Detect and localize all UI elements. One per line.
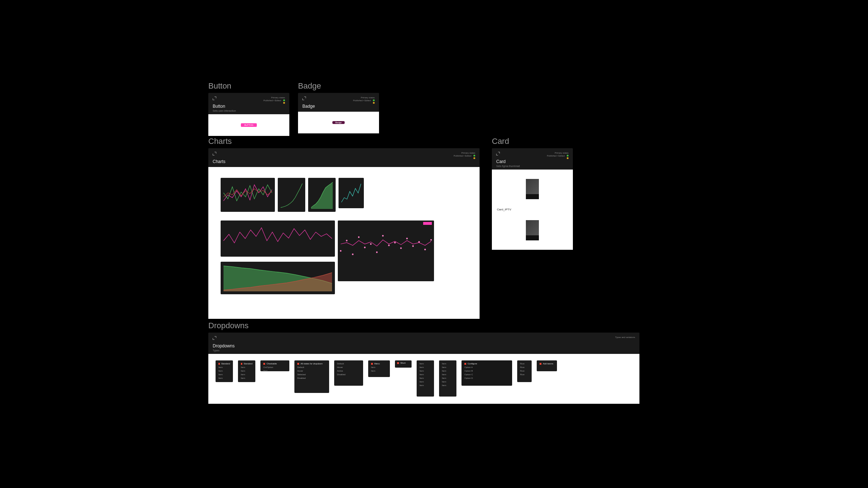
status-dot-green [373, 99, 375, 101]
status-dot-green [283, 99, 285, 101]
svg-point-15 [412, 245, 414, 247]
dropdown-marker-icon [397, 362, 399, 364]
svg-point-14 [406, 238, 408, 239]
dropdown-item[interactable]: Item [218, 373, 230, 376]
chart-wide-pink[interactable] [221, 221, 335, 257]
dropdown-item[interactable]: Item [420, 377, 431, 379]
dropdown-header-label: Standard [244, 363, 252, 365]
dropdown-item[interactable]: Row [520, 363, 529, 365]
svg-point-9 [376, 252, 378, 253]
dropdown-item[interactable]: Item [420, 381, 431, 383]
dropdown-item[interactable]: Row [520, 373, 529, 376]
dropdown-item[interactable]: Option D [464, 377, 509, 379]
expand-icon[interactable] [496, 152, 500, 155]
dropdown-item[interactable]: Item [218, 370, 230, 372]
dropdown-item[interactable]: Item [263, 370, 286, 372]
expand-icon[interactable] [213, 97, 216, 100]
chart-stacked-area[interactable] [221, 262, 335, 294]
dropdown-variant-8[interactable]: ItemItemItemItemItemItemItem [439, 360, 456, 397]
dropdown-item[interactable]: Item [442, 370, 454, 372]
frame-badge[interactable]: Badge Primary states Published • Edited … [298, 93, 379, 133]
dropdown-item[interactable]: Option B [464, 370, 509, 372]
expand-icon[interactable] [213, 336, 216, 340]
chart-area-green[interactable] [308, 178, 336, 212]
dropdown-header-label: Short [400, 362, 405, 364]
dropdown-item[interactable]: Hover [297, 370, 326, 372]
dropdown-item[interactable]: Item [442, 377, 454, 379]
status-dot-yellow [567, 157, 569, 159]
section-card: Card Card Sets figma thumbnail Primary s… [492, 137, 573, 319]
expand-icon[interactable] [302, 97, 306, 100]
dropdown-item[interactable]: Default [297, 366, 326, 368]
dropdown-item[interactable]: Item [218, 366, 230, 368]
badge-component[interactable]: Badge [332, 121, 344, 124]
dropdown-item[interactable]: Item [442, 373, 454, 376]
expand-icon[interactable] [213, 152, 216, 155]
card-variant-label: Card_IPTV [497, 208, 511, 211]
dropdown-item[interactable]: Row [520, 370, 529, 372]
section-title-button: Button [208, 81, 289, 91]
dropdown-item[interactable]: Item [420, 373, 431, 376]
chart-line-cyan[interactable] [339, 178, 364, 208]
dropdown-item[interactable]: Item [442, 363, 454, 365]
dropdown-variant-11[interactable]: Add teams [537, 360, 557, 371]
dropdown-item[interactable]: Item [420, 363, 431, 365]
dropdown-item[interactable]: Item [371, 370, 387, 372]
dropdown-header-label: Standard [221, 363, 230, 365]
dropdown-item[interactable]: Hover [337, 366, 360, 368]
dropdown-item[interactable]: Item [442, 384, 454, 386]
dropdown-item[interactable]: Item [420, 384, 431, 386]
button-component[interactable]: BUTTON [241, 123, 257, 127]
svg-point-4 [346, 240, 347, 241]
dropdown-item[interactable]: Disabled [337, 373, 360, 376]
chart-single-line-green[interactable] [278, 178, 305, 212]
dropdown-variant-10[interactable]: RowRowRowRow [517, 360, 532, 382]
svg-point-16 [418, 241, 420, 243]
dropdown-item[interactable]: On/Option [263, 366, 286, 368]
dropdown-item[interactable]: Item [420, 370, 431, 372]
dropdown-variant-4[interactable]: DefaultHoverActiveDisabled [334, 360, 363, 386]
dropdown-variant-1[interactable]: StandardItemItemItemItem [238, 360, 255, 382]
svg-point-8 [370, 243, 371, 245]
dropdown-item[interactable]: Active [337, 370, 360, 372]
dropdown-item[interactable]: Option C [464, 373, 509, 376]
status-dot-yellow [373, 102, 375, 104]
dropdown-item[interactable]: Selected [297, 373, 326, 376]
dropdown-item[interactable]: Default [337, 363, 360, 365]
dropdown-item[interactable]: Item [241, 366, 252, 368]
frame-subtitle: Types [213, 349, 235, 352]
svg-rect-19 [423, 222, 432, 225]
dropdown-item[interactable]: Row [520, 366, 529, 368]
frame-dropdowns[interactable]: Dropdowns Types Types and variations Sta… [208, 333, 639, 404]
dropdown-item[interactable]: Item [442, 366, 454, 368]
dropdown-item[interactable]: Item [241, 370, 252, 372]
frame-button[interactable]: Button Sets user-interaction Primary sta… [208, 93, 289, 136]
svg-point-11 [388, 245, 390, 246]
dropdown-item[interactable]: Item [420, 366, 431, 368]
dropdown-item[interactable]: Option A [464, 366, 509, 368]
dropdown-item[interactable]: Item [241, 377, 252, 379]
status-dot-green [567, 155, 569, 157]
dropdown-item[interactable]: Item [241, 373, 252, 376]
dropdown-variant-3[interactable]: All states for dropdownDefaultHoverSelec… [294, 360, 329, 393]
dropdown-item[interactable]: Disabled [297, 377, 326, 379]
dropdown-variant-9[interactable]: ConfigureOption AOption BOption COption … [461, 360, 512, 386]
card-component-iptv[interactable] [526, 220, 539, 240]
card-component-default[interactable] [526, 179, 539, 199]
frame-charts[interactable]: Charts Primary states Published • Edited [208, 148, 480, 319]
frame-title: Charts [213, 159, 225, 164]
hdr-published: Published • Edited [263, 99, 281, 104]
dropdown-variant-5[interactable]: MenuItemItem [368, 360, 390, 377]
dropdown-item[interactable]: Item [442, 381, 454, 383]
frame-card[interactable]: Card Sets figma thumbnail Primary states… [492, 148, 573, 250]
dropdown-item[interactable]: Item [371, 366, 387, 368]
dropdown-variant-0[interactable]: StandardItemItemItemItem [216, 360, 233, 382]
section-dropdowns: Dropdowns Dropdowns Types Types and vari… [208, 321, 642, 404]
svg-point-17 [424, 249, 426, 250]
dropdown-variant-6[interactable]: Short [395, 360, 412, 368]
dropdown-variant-2[interactable]: CheckableOn/OptionItem [260, 360, 289, 371]
chart-multi-line-1[interactable] [221, 178, 275, 212]
chart-scatter-dashboard[interactable] [338, 221, 434, 281]
dropdown-variant-7[interactable]: ItemItemItemItemItemItemItem [417, 360, 434, 397]
dropdown-item[interactable]: Item [218, 377, 230, 379]
